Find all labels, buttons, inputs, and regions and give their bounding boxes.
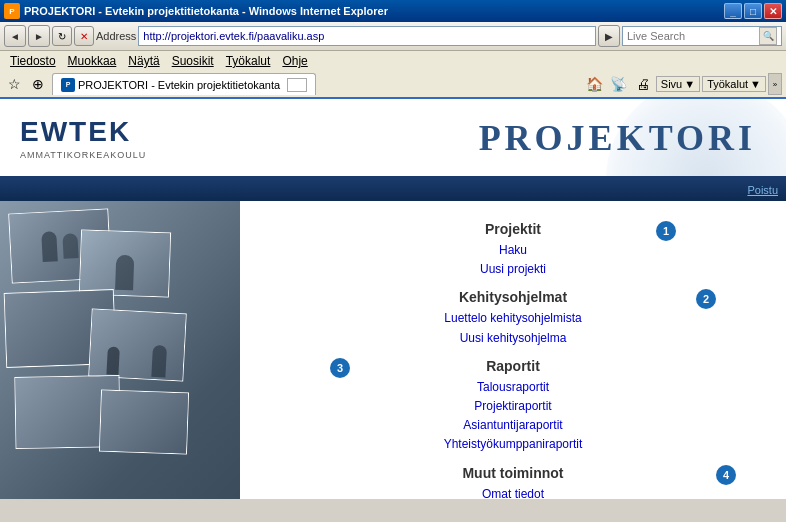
section-projektit: Projektit Haku Uusi projekti 1 xyxy=(270,221,756,279)
menu-favorites[interactable]: Suosikit xyxy=(166,52,220,70)
section-raportit: Raportit Talousraportit Projektiraportit… xyxy=(270,358,756,455)
tools-chevron-icon: ▼ xyxy=(750,78,761,90)
tab-label: PROJEKTORI - Evtekin projektitietokanta xyxy=(78,79,280,91)
badge-2: 2 xyxy=(696,289,716,309)
section-muut-toiminnot: Muut toiminnot Omat tiedot Yhteistyöorga… xyxy=(270,465,756,500)
feed-icon-button[interactable]: 📡 xyxy=(608,73,630,95)
add-tab-button[interactable]: ⊕ xyxy=(28,74,48,94)
badge-4: 4 xyxy=(716,465,736,485)
favorites-star-button[interactable]: ☆ xyxy=(4,74,24,94)
collage-img-2 xyxy=(79,229,171,297)
menu-bar: Tiedosto Muokkaa Näytä Suosikit Työkalut… xyxy=(0,51,786,71)
link-projektiraportit[interactable]: Projektiraportit xyxy=(270,397,756,416)
nav-bar: ◄ ► ↻ ✕ Address ▶ 🔍 xyxy=(0,22,786,51)
window-icon: P xyxy=(4,3,20,19)
collage-img-4 xyxy=(88,309,186,382)
search-go-button[interactable]: 🔍 xyxy=(759,27,777,45)
home-icon-button[interactable]: 🏠 xyxy=(584,73,606,95)
search-bar: 🔍 xyxy=(622,26,782,46)
site-title: PROJEKTORI xyxy=(479,117,756,159)
link-yhteistyokumppaniraportit[interactable]: Yhteistyökumppaniraportit xyxy=(270,435,756,454)
main-area: Projektit Haku Uusi projekti 1 Kehitysoh… xyxy=(0,201,786,499)
section-projektit-title: Projektit xyxy=(270,221,756,237)
go-button[interactable]: ▶ xyxy=(598,25,620,47)
logo-sub: AMMATTIKORKEAKOULU xyxy=(20,150,146,160)
badge-1: 1 xyxy=(656,221,676,241)
tab-empty-box xyxy=(287,78,307,92)
minimize-button[interactable]: _ xyxy=(724,3,742,19)
menu-help[interactable]: Ohje xyxy=(276,52,313,70)
section-muut-toiminnot-title: Muut toiminnot xyxy=(270,465,756,481)
section-kehitysohjelmat-links: Luettelo kehitysohjelmista Uusi kehityso… xyxy=(270,309,756,347)
section-projektit-links: Haku Uusi projekti xyxy=(270,241,756,279)
back-button[interactable]: ◄ xyxy=(4,25,26,47)
section-kehitysohjelmat-title: Kehitysohjelmat xyxy=(270,289,756,305)
section-kehitysohjelmat: Kehitysohjelmat Luettelo kehitysohjelmis… xyxy=(270,289,756,347)
site-header: EWTEK AMMATTIKORKEAKOULU PROJEKTORI xyxy=(0,99,786,179)
stop-button[interactable]: ✕ xyxy=(74,26,94,46)
active-tab[interactable]: P PROJEKTORI - Evtekin projektitietokant… xyxy=(52,73,316,95)
address-input[interactable] xyxy=(138,26,596,46)
bookmarks-bar: ☆ ⊕ P PROJEKTORI - Evtekin projektitieto… xyxy=(0,71,786,99)
title-bar: P PROJEKTORI - Evtekin projektitietokant… xyxy=(0,0,786,22)
forward-button[interactable]: ► xyxy=(28,25,50,47)
address-bar-wrap: Address ▶ xyxy=(96,25,620,47)
image-collage xyxy=(0,201,240,499)
window-title: PROJEKTORI - Evtekin projektitietokanta … xyxy=(24,5,724,17)
maximize-button[interactable]: □ xyxy=(744,3,762,19)
refresh-button[interactable]: ↻ xyxy=(52,26,72,46)
link-talousraportit[interactable]: Talousraportit xyxy=(270,378,756,397)
badge-3: 3 xyxy=(330,358,350,378)
header-mid: PROJEKTORI xyxy=(166,99,786,176)
toolbar-icons: 🏠 📡 🖨 Sivu ▼ Työkalut ▼ » xyxy=(584,73,782,95)
logo: EWTEK AMMATTIKORKEAKOULU xyxy=(20,116,146,160)
more-button[interactable]: » xyxy=(768,73,782,95)
logout-link[interactable]: Poistu xyxy=(747,184,778,196)
page-content: EWTEK AMMATTIKORKEAKOULU PROJEKTORI Pois… xyxy=(0,99,786,499)
menu-tools[interactable]: Työkalut xyxy=(220,52,277,70)
link-uusi-kehitysohjelma[interactable]: Uusi kehitysohjelma xyxy=(270,329,756,348)
menu-file[interactable]: Tiedosto xyxy=(4,52,62,70)
print-icon-button[interactable]: 🖨 xyxy=(632,73,654,95)
collage-img-6 xyxy=(99,389,189,454)
logo-text: EWTEK xyxy=(20,116,146,148)
address-label: Address xyxy=(96,30,136,42)
menu-content: Projektit Haku Uusi projekti 1 Kehitysoh… xyxy=(240,201,786,499)
link-haku[interactable]: Haku xyxy=(270,241,756,260)
sections-wrapper: Projektit Haku Uusi projekti 1 Kehitysoh… xyxy=(270,221,756,499)
page-dropdown[interactable]: Sivu ▼ xyxy=(656,76,700,92)
page-chevron-icon: ▼ xyxy=(684,78,695,90)
section-muut-toiminnot-links: Omat tiedot Yhteistyöorganisaatiot Henki… xyxy=(270,485,756,500)
search-input[interactable] xyxy=(627,30,757,42)
close-button[interactable]: ✕ xyxy=(764,3,782,19)
nav-strip: Poistu xyxy=(0,179,786,201)
link-luettelo-kehitysohjelmista[interactable]: Luettelo kehitysohjelmista xyxy=(270,309,756,328)
section-raportit-links: Talousraportit Projektiraportit Asiantun… xyxy=(270,378,756,455)
menu-view[interactable]: Näytä xyxy=(122,52,165,70)
tools-dropdown[interactable]: Työkalut ▼ xyxy=(702,76,766,92)
link-omat-tiedot[interactable]: Omat tiedot xyxy=(270,485,756,500)
link-asiantuntijaraportit[interactable]: Asiantuntijaraportit xyxy=(270,416,756,435)
menu-edit[interactable]: Muokkaa xyxy=(62,52,123,70)
page-label: Sivu xyxy=(661,78,682,90)
tab-favicon: P xyxy=(61,78,75,92)
window-controls: _ □ ✕ xyxy=(724,3,782,19)
link-uusi-projekti[interactable]: Uusi projekti xyxy=(270,260,756,279)
tools-label: Työkalut xyxy=(707,78,748,90)
logo-section: EWTEK AMMATTIKORKEAKOULU xyxy=(0,99,166,176)
